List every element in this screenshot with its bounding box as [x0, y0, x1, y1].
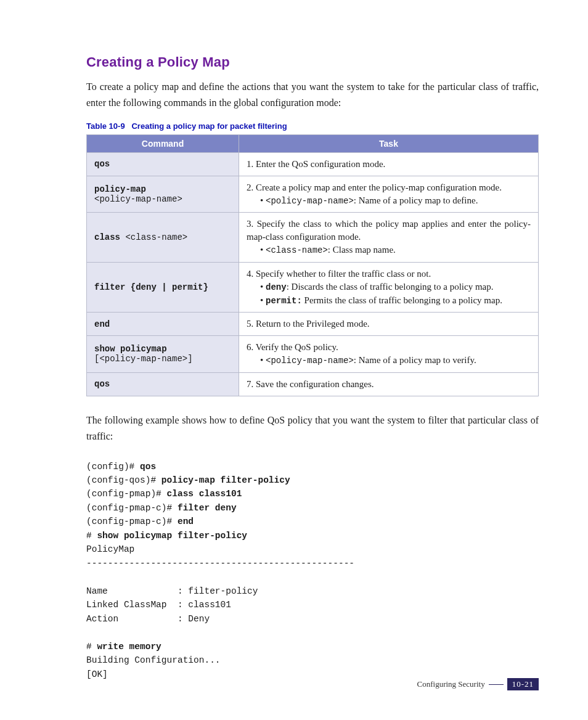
cmd-arg: [<policy-map-name>] [94, 354, 193, 364]
cmd-cell: show policymap [<policy-map-name>] [87, 336, 239, 373]
table-row: show policymap [<policy-map-name>] 6. Ve… [87, 336, 539, 373]
task-cell: 1. Enter the QoS configuration mode. [239, 152, 539, 176]
code-line: [OK] [86, 669, 108, 679]
cmd-cell: filter {deny | permit} [87, 262, 239, 312]
code-bold: qos [140, 462, 156, 472]
section-heading: Creating a Policy Map [86, 54, 539, 70]
code-line: # [86, 531, 97, 541]
code-line: (config-pmap-c)# [86, 517, 178, 526]
task-cell: 2. Create a policy map and enter the pol… [239, 176, 539, 213]
code-bold: end [178, 517, 194, 526]
task-line: 2. Create a policy map and enter the pol… [247, 181, 531, 194]
mono-text: <policy-map-name> [266, 356, 354, 366]
task-cell: 4. Specify whether to filter the traffic… [239, 262, 539, 312]
table-row: policy-map <policy-map-name> 2. Create a… [87, 176, 539, 213]
code-bold: class class101 [167, 489, 242, 499]
cmd-arg: <policy-map-name> [94, 194, 182, 204]
code-bold: filter deny [178, 503, 237, 513]
code-line: Action : Deny [86, 614, 210, 624]
code-line: (config-pmap)# [86, 489, 167, 499]
footer-page-number: 10-21 [507, 678, 539, 690]
command-table: Command Task qos 1. Enter the QoS config… [86, 134, 539, 396]
code-line: (config-qos)# [86, 475, 161, 485]
code-example: (config)# qos (config-qos)# policy-map f… [86, 460, 539, 682]
code-bold: show policymap filter-policy [97, 531, 247, 541]
table-row: qos 7. Save the configuration changes. [87, 372, 539, 396]
task-sub: • <policy-map-name>: Name of a policy ma… [247, 194, 531, 208]
mono-text: <class-name> [266, 245, 328, 255]
table-caption-number: Table 10-9 [86, 121, 125, 131]
sub-text: : Name of a policy map to define. [354, 195, 478, 205]
outro-paragraph: The following example shows how to defin… [86, 412, 539, 445]
code-line: (config-pmap-c)# [86, 503, 178, 513]
table-caption-text: Creating a policy map for packet filteri… [131, 121, 287, 131]
table-row: end 5. Return to the Privileged mode. [87, 313, 539, 336]
task-sub: • <class-name>: Class map name. [247, 243, 531, 257]
sub-text: : Name of a policy map to verify. [354, 355, 476, 365]
bold-mono-text: deny [266, 282, 287, 292]
code-line: PolicyMap [86, 544, 134, 554]
page-footer: Configuring Security 10-21 [417, 678, 539, 690]
cmd-cell: qos [87, 372, 239, 396]
table-row: class <class-name> 3. Specify the class … [87, 213, 539, 263]
sub-text: Permits the class of traffic belonging t… [302, 295, 502, 305]
task-line: 4. Specify whether to filter the traffic… [247, 268, 531, 280]
code-line: Linked ClassMap : class101 [86, 600, 231, 610]
code-line: Building Configuration... [86, 655, 221, 665]
code-bold: write memory [97, 642, 161, 652]
table-row: filter {deny | permit} 4. Specify whethe… [87, 262, 539, 312]
header-task: Task [239, 134, 539, 152]
task-cell: 3. Specify the class to which the policy… [239, 213, 539, 263]
table-header-row: Command Task [87, 134, 539, 152]
cmd-cell: policy-map <policy-map-name> [87, 176, 239, 213]
document-page: Creating a Policy Map To create a policy… [0, 0, 588, 720]
intro-paragraph: To create a policy map and define the ac… [86, 79, 539, 112]
cmd-bold: class [94, 232, 125, 242]
header-command: Command [87, 134, 239, 152]
task-sub: • permit: Permits the class of traffic b… [247, 294, 531, 308]
task-cell: 7. Save the configuration changes. [239, 372, 539, 396]
cmd-bold: policy-map [94, 184, 146, 194]
footer-section-title: Configuring Security [417, 679, 485, 689]
table-caption: Table 10-9 Creating a policy map for pac… [86, 121, 539, 131]
task-line: 3. Specify the class to which the policy… [247, 218, 531, 243]
sub-text: : Discards the class of traffic belongin… [287, 282, 494, 292]
task-cell: 6. Verify the QoS policy. • <policy-map-… [239, 336, 539, 373]
task-cell: 5. Return to the Privileged mode. [239, 313, 539, 336]
task-sub: • deny: Discards the class of traffic be… [247, 280, 531, 294]
cmd-cell: end [87, 313, 239, 336]
code-line: # [86, 642, 97, 652]
footer-rule [489, 684, 504, 685]
sub-text: : Class map name. [328, 245, 396, 255]
task-line: 6. Verify the QoS policy. [247, 341, 531, 354]
task-sub: • <policy-map-name>: Name of a policy ma… [247, 354, 531, 367]
table-row: qos 1. Enter the QoS configuration mode. [87, 152, 539, 176]
cmd-arg: <class-name> [125, 232, 187, 242]
bold-mono-text: permit: [266, 296, 302, 306]
code-line: ----------------------------------------… [86, 558, 354, 568]
code-line: Name : filter-policy [86, 586, 258, 596]
cmd-bold: show policymap [94, 344, 167, 354]
mono-text: <policy-map-name> [266, 196, 354, 206]
code-line: (config)# [86, 462, 140, 472]
cmd-cell: class <class-name> [87, 213, 239, 263]
code-bold: policy-map filter-policy [161, 475, 290, 485]
cmd-cell: qos [87, 152, 239, 176]
